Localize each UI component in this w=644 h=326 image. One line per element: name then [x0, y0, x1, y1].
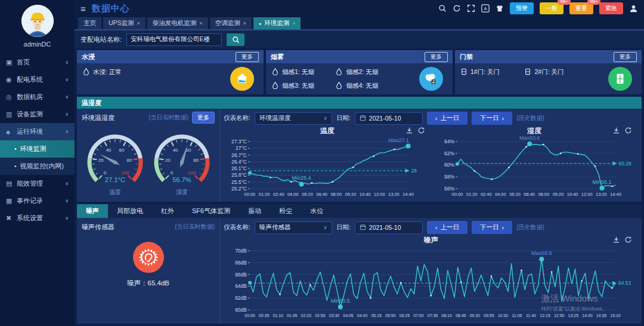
svg-text:09:20: 09:20	[469, 313, 480, 318]
search-button[interactable]	[227, 33, 244, 46]
window-tab-主页[interactable]: 主页	[78, 17, 101, 29]
prev-day-button[interactable]: ‹上一日	[427, 112, 467, 125]
sensor-tab-水位[interactable]: 水位	[301, 204, 332, 218]
svg-text:12:50: 12:50	[554, 313, 565, 318]
next-day-button[interactable]: 下一日›	[472, 112, 512, 125]
noise-line-chart[interactable]: 70dB68dB66dB64dB62dB60dB00:0000:3501:100…	[224, 245, 638, 319]
next-day-button[interactable]: 下一日›	[472, 221, 512, 234]
fullscreen-icon[interactable]	[467, 4, 475, 13]
station-name-input[interactable]	[126, 33, 222, 46]
svg-text:05:50: 05:50	[385, 313, 396, 318]
sensor-tab-红外[interactable]: 红外	[152, 204, 183, 218]
reload-icon[interactable]	[417, 127, 425, 134]
gauges-row: 02040608010027.1°C 温度02040608010056.7% 湿…	[82, 124, 215, 202]
close-tab-icon[interactable]: ×	[137, 20, 140, 26]
chevron-right-icon: ›	[502, 115, 504, 122]
svg-text:80: 80	[126, 158, 132, 163]
date-picker[interactable]: 2021-05-10	[355, 112, 423, 125]
gauge-column-header: 环境温湿度 (当日实时数据) 更多	[82, 111, 215, 124]
noise-panel: 噪声局部放电红外SF6气体监测振动粉尘水位 噪声传感器 (当日实时数据)	[77, 204, 642, 324]
sensor-tab-噪声[interactable]: 噪声	[77, 204, 108, 218]
download-icon[interactable]	[612, 127, 620, 134]
svg-text:27.3°C: 27.3°C	[231, 139, 247, 144]
chevron-right-icon: ›	[502, 224, 504, 231]
sidebar-item-环境监测[interactable]: •环境监测	[0, 140, 75, 158]
close-tab-icon[interactable]: ×	[292, 20, 295, 26]
alert-button-重要[interactable]: 重要99+	[569, 2, 593, 14]
svg-text:100: 100	[121, 170, 129, 176]
meter-name-label: 仪表名称:	[224, 114, 250, 122]
svg-text:25.5°C: 25.5°C	[231, 179, 247, 185]
svg-text:09:20: 09:20	[345, 192, 357, 197]
window-tab-柴油发电机监测[interactable]: 柴油发电机监测×	[147, 17, 208, 29]
sidebar-item-事件记录[interactable]: ▦事件记录∨	[0, 192, 75, 210]
droplet-icon	[336, 68, 342, 76]
reload-icon[interactable]	[624, 127, 632, 134]
chevron-icon: ∨	[65, 94, 69, 100]
sensor-tab-SF6气体监测[interactable]: SF6气体监测	[183, 204, 239, 218]
download-icon[interactable]	[612, 236, 620, 244]
chevron-icon: ∨	[65, 216, 69, 221]
avatar[interactable]	[21, 5, 54, 37]
translate-icon[interactable]: A	[481, 4, 490, 13]
sensor-tab-粉尘[interactable]: 粉尘	[270, 204, 301, 218]
chevron-icon: ∨	[65, 77, 69, 82]
search-icon[interactable]	[438, 4, 447, 13]
droplet-icon	[272, 82, 278, 90]
sidebar-item-能效管理[interactable]: ▤能效管理∨	[0, 175, 75, 192]
sidebar-item-视频监控(内网)[interactable]: •视频监控(内网)	[0, 158, 75, 175]
sidebar-item-数据机房[interactable]: ◎数据机房∨	[0, 88, 75, 106]
prev-day-button[interactable]: ‹上一日	[427, 221, 467, 234]
noise-chart: 噪声 70dB68dB66dB64dB62dB60dB00:0000:3501:…	[224, 235, 638, 324]
sensor-tab-局部放电[interactable]: 局部放电	[108, 204, 152, 218]
sidebar-item-首页[interactable]: ▣首页∨	[0, 54, 75, 71]
panel-水浸: 水浸 更多 水浸: 正常	[77, 50, 264, 94]
droplet-icon	[272, 68, 278, 76]
status-item: 水浸: 正常	[83, 68, 144, 76]
svg-text:Min56.1: Min56.1	[592, 179, 611, 185]
sidebar-item-设备监测[interactable]: ▥设备监测∨	[0, 106, 75, 123]
close-tab-icon[interactable]: ×	[243, 20, 246, 26]
window-tab-UPS监测[interactable]: UPS监测×	[103, 17, 145, 29]
history-data-link[interactable]: (历史数据)	[516, 114, 544, 122]
active-dot-icon: ●	[259, 21, 261, 26]
history-data-link[interactable]: (历史数据)	[516, 223, 544, 232]
menu-toggle-icon[interactable]: ≡	[80, 4, 86, 14]
temperature-line-chart[interactable]: 27.3°C27°C26.7°C26.4°C26.1°C25.8°C25.5°C…	[224, 136, 431, 198]
noise-chart-title: 噪声	[224, 235, 638, 245]
alert-button-紧急[interactable]: 紧急	[599, 2, 623, 14]
window-tab-空调监测[interactable]: 空调监测×	[210, 17, 252, 29]
date-picker[interactable]: 2021-05-10	[355, 222, 423, 234]
door-big-icon	[608, 67, 632, 91]
svg-text:10:40: 10:40	[566, 192, 578, 197]
alert-button-一般[interactable]: 一般99+	[540, 2, 564, 14]
more-button[interactable]: 更多	[236, 52, 259, 62]
humidity-line-chart[interactable]: 64%62%60%58%56%00:0001:2002:4004:0005:20…	[431, 136, 639, 198]
refresh-icon[interactable]	[453, 4, 461, 13]
window-tab-环境监测[interactable]: ●环境监测×	[253, 17, 301, 29]
sidebar-item-系统设置[interactable]: ✖系统设置∨	[0, 210, 75, 227]
user-icon[interactable]	[629, 4, 638, 13]
more-button[interactable]: 更多	[192, 112, 215, 124]
meter-select[interactable]: 环境温湿度∨	[255, 112, 332, 125]
more-button[interactable]: 更多	[614, 52, 637, 62]
close-tab-icon[interactable]: ×	[199, 20, 202, 26]
reload-icon[interactable]	[624, 236, 632, 244]
username: adminDC	[0, 41, 75, 48]
svg-text:12:15: 12:15	[540, 313, 550, 318]
panel-body: 水浸: 正常	[77, 63, 264, 94]
sidebar-item-配电系统[interactable]: ◉配电系统∨	[0, 71, 75, 88]
sidebar-item-运行环境[interactable]: ♣运行环境∧	[0, 123, 75, 140]
settings-icon: ✖	[6, 214, 17, 222]
svg-text:00:35: 00:35	[259, 313, 270, 318]
panel-门禁: 门禁 更多 1#门: 关门2#门: 关门	[455, 50, 642, 94]
meter-select[interactable]: 噪声传感器∨	[255, 222, 332, 234]
download-icon[interactable]	[405, 127, 413, 134]
chevron-icon: ∨	[65, 112, 69, 117]
more-button[interactable]: 更多	[425, 52, 448, 62]
svg-text:56%: 56%	[444, 186, 454, 192]
alert-button-预警[interactable]: 预警	[510, 2, 534, 14]
worker-avatar-icon	[21, 5, 54, 37]
theme-icon[interactable]	[496, 4, 504, 13]
sensor-tab-振动[interactable]: 振动	[239, 204, 270, 218]
